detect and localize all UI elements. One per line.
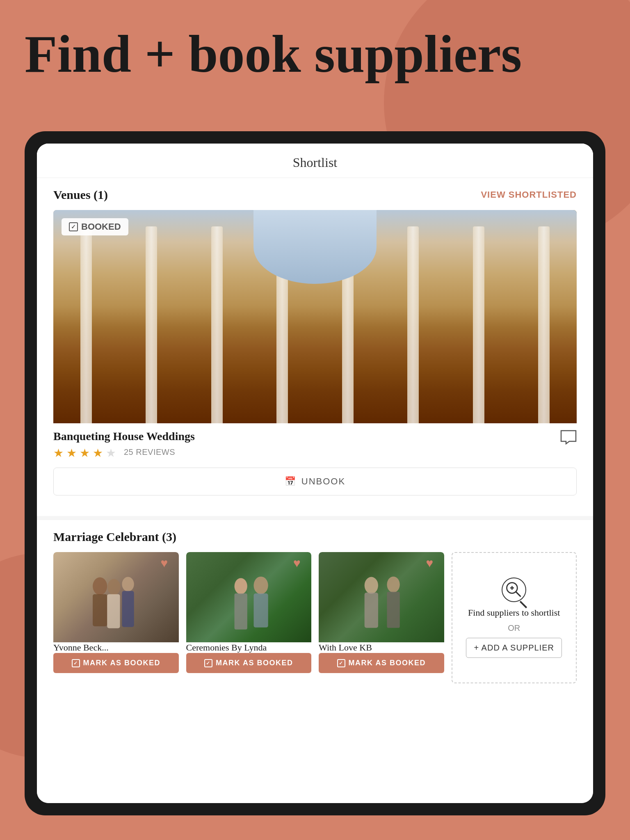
- column-4: [276, 226, 288, 423]
- celebrant-card-3[interactable]: ♥ With Love KB ✓ MARK AS BOOKED: [319, 552, 444, 683]
- celebrant-grid: ♥ Yvonne Beck...: [53, 552, 577, 683]
- celebrant-silhouette-2: [186, 570, 312, 642]
- celebrant-card-1[interactable]: ♥ Yvonne Beck...: [53, 552, 179, 683]
- svg-point-2: [122, 577, 134, 591]
- star-1: ★: [53, 446, 65, 458]
- svg-rect-11: [365, 593, 378, 628]
- chat-icon[interactable]: [560, 430, 577, 445]
- column-6: [407, 226, 419, 423]
- venue-card[interactable]: ✓ BOOKED Banqueting House Weddings: [53, 210, 577, 499]
- check-icon-btn-3: ✓: [337, 659, 345, 667]
- svg-point-4: [107, 579, 120, 595]
- column-2: [146, 226, 157, 423]
- celebrant-silhouette-3: [319, 570, 444, 642]
- tablet-device: Shortlist Venues (1) VIEW SHORTLISTED: [25, 131, 605, 815]
- celebrant-img-1: ♥: [53, 552, 179, 642]
- celebrant-silhouette-1: [53, 570, 179, 642]
- svg-point-6: [234, 578, 247, 594]
- svg-rect-5: [107, 594, 120, 628]
- star-3: ★: [80, 446, 91, 458]
- find-suppliers-card[interactable]: Find suppliers to shortlist OR + ADD A S…: [452, 552, 577, 683]
- venue-image: ✓ BOOKED: [53, 210, 577, 423]
- section-divider: [37, 516, 593, 520]
- star-rating: ★ ★ ★ ★ ★: [53, 446, 117, 458]
- celebrant-img-3: ♥: [319, 552, 444, 642]
- venues-section-header: Venues (1) VIEW SHORTLISTED: [53, 188, 577, 202]
- svg-rect-13: [387, 592, 399, 628]
- check-icon-btn-1: ✓: [72, 659, 80, 667]
- unbook-button[interactable]: 📅 UNBOOK: [53, 468, 577, 495]
- mark-booked-btn-1[interactable]: ✓ MARK AS BOOKED: [53, 653, 179, 673]
- heart-icon-3[interactable]: ♥: [426, 557, 439, 570]
- column-1: [80, 226, 92, 423]
- booked-badge: ✓ BOOKED: [62, 218, 128, 235]
- column-7: [473, 226, 484, 423]
- venues-section: Venues (1) VIEW SHORTLISTED: [37, 178, 593, 516]
- svg-point-8: [253, 577, 268, 594]
- svg-rect-7: [234, 593, 247, 630]
- mark-booked-btn-2[interactable]: ✓ MARK AS BOOKED: [186, 653, 312, 673]
- celebrant-card-2[interactable]: ♥ Ceremonies By Lynda ✓ MARK AS BOOK: [186, 552, 312, 683]
- hall-columns: [53, 210, 577, 423]
- or-divider: OR: [508, 623, 520, 633]
- search-plus-icon: [502, 578, 526, 602]
- venue-name: Banqueting House Weddings: [53, 430, 195, 443]
- svg-point-0: [93, 578, 107, 595]
- celebrant-section-title: Marriage Celebrant (3): [53, 530, 176, 544]
- celebrant-section-header: Marriage Celebrant (3): [53, 530, 577, 544]
- svg-line-17: [516, 591, 520, 596]
- star-5: ★: [106, 446, 117, 458]
- venue-meta: ★ ★ ★ ★ ★ 25 REVIEWS: [53, 446, 577, 458]
- add-supplier-button[interactable]: + ADD A SUPPLIER: [466, 638, 562, 658]
- svg-rect-1: [93, 594, 107, 626]
- column-5: [342, 226, 354, 423]
- find-suppliers-text: Find suppliers to shortlist: [468, 607, 560, 619]
- reviews-count: 25 REVIEWS: [124, 447, 175, 457]
- view-shortlisted-link[interactable]: VIEW SHORTLISTED: [481, 189, 577, 200]
- celebrant-section: Marriage Celebrant (3) ♥: [37, 520, 593, 683]
- column-8: [538, 226, 550, 423]
- svg-point-10: [365, 577, 378, 594]
- heart-icon-2[interactable]: ♥: [293, 557, 306, 570]
- shortlist-header: Shortlist: [37, 144, 593, 178]
- calendar-icon: 📅: [285, 476, 297, 487]
- celebrant-img-2: ♥: [186, 552, 312, 642]
- app-screen: Shortlist Venues (1) VIEW SHORTLISTED: [37, 144, 593, 803]
- app-content: Shortlist Venues (1) VIEW SHORTLISTED: [37, 144, 593, 803]
- heart-icon-1[interactable]: ♥: [161, 557, 174, 570]
- star-4: ★: [93, 446, 104, 458]
- svg-rect-9: [253, 593, 268, 628]
- venue-info: Banqueting House Weddings ★ ★ ★ ★: [53, 423, 577, 468]
- check-icon: ✓: [69, 222, 78, 231]
- svg-rect-3: [122, 591, 134, 627]
- venues-section-title: Venues (1): [53, 188, 108, 202]
- svg-point-12: [387, 577, 399, 593]
- main-heading: Find + book suppliers: [25, 25, 605, 83]
- check-icon-btn-2: ✓: [204, 659, 212, 667]
- mark-booked-btn-3[interactable]: ✓ MARK AS BOOKED: [319, 653, 444, 673]
- star-2: ★: [66, 446, 78, 458]
- column-3: [211, 226, 223, 423]
